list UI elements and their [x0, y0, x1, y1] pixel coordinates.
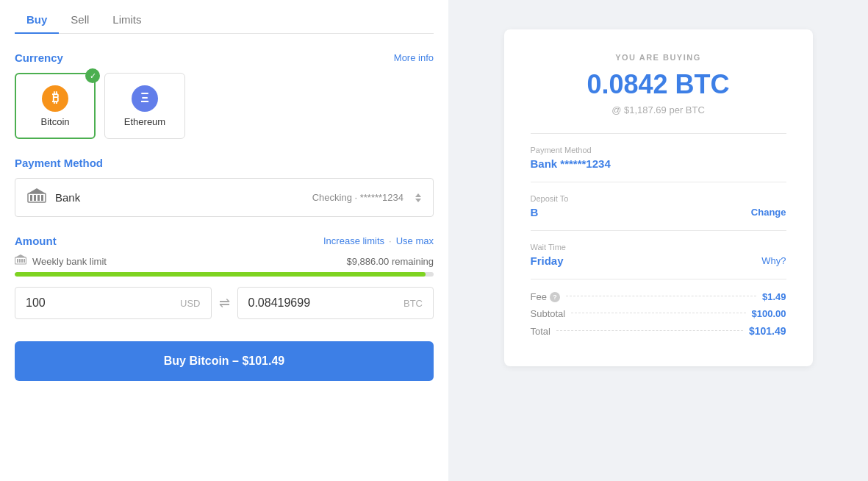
- wait-time-row: Wait Time Friday Why?: [531, 243, 786, 267]
- subtotal-row: Subtotal $100.00: [531, 308, 786, 319]
- svg-rect-2: [34, 195, 36, 201]
- bank-detail: Checking · ******1234: [312, 192, 403, 203]
- currency-cards: ✓ ₿ Bitcoin Ξ Ethereum: [15, 73, 434, 139]
- dropdown-arrow[interactable]: [415, 193, 421, 202]
- payment-section: Payment Method Bank Checking · ****: [15, 157, 434, 217]
- svg-rect-3: [37, 195, 40, 201]
- svg-marker-5: [28, 188, 46, 193]
- fee-dots: [566, 296, 756, 296]
- svg-rect-4: [41, 195, 43, 201]
- use-max-link[interactable]: Use max: [396, 235, 434, 246]
- fee-info-icon[interactable]: ?: [550, 292, 560, 302]
- wait-time-label: Wait Time: [531, 243, 786, 252]
- deposit-to-value: B: [531, 206, 539, 218]
- btc-input-wrap: BTC: [237, 287, 434, 319]
- total-row: Total $101.49: [531, 325, 786, 337]
- total-dots: [556, 330, 743, 331]
- divider-2: [531, 182, 786, 182]
- bank-icon: [27, 188, 46, 207]
- currency-title: Currency: [15, 51, 63, 64]
- usd-input-wrap: USD: [15, 287, 212, 319]
- deposit-to-value-row: B Change: [531, 206, 786, 218]
- payment-title: Payment Method: [15, 157, 103, 169]
- total-value: $101.49: [749, 325, 786, 337]
- bank-name: Bank: [55, 191, 80, 204]
- bank-limit-value: $9,886.00 remaining: [346, 256, 434, 267]
- payment-method-row: Payment Method Bank ******1234: [531, 146, 786, 170]
- left-panel: Buy Sell Limits Currency More info ✓ ₿ B…: [0, 0, 448, 481]
- subtotal-label: Subtotal: [531, 308, 566, 319]
- ethereum-icon: Ξ: [132, 85, 158, 112]
- tabs-container: Buy Sell Limits: [15, 0, 434, 34]
- amount-section: Amount Increase limits · Use max Weekly …: [15, 235, 434, 319]
- right-panel: YOU ARE BUYING 0.0842 BTC @ $1,187.69 pe…: [448, 0, 868, 481]
- you-are-buying-label: YOU ARE BUYING: [531, 53, 786, 62]
- wait-time-value: Friday: [531, 254, 564, 267]
- currency-section-header: Currency More info: [15, 51, 434, 64]
- fee-label: Fee ?: [531, 291, 560, 302]
- svg-marker-7: [15, 254, 26, 257]
- usd-input[interactable]: [26, 296, 165, 310]
- divider-4: [531, 279, 786, 279]
- fee-value: $1.49: [762, 291, 786, 302]
- payment-dropdown[interactable]: Bank Checking · ******1234: [15, 178, 434, 217]
- progress-bar-fill: [15, 272, 426, 277]
- amount-inputs: USD ⇌ BTC: [15, 287, 434, 319]
- btc-input[interactable]: [248, 296, 388, 310]
- bank-limit-label: Weekly bank limit: [32, 256, 340, 267]
- deposit-to-row: Deposit To B Change: [531, 194, 786, 218]
- deposit-to-label: Deposit To: [531, 194, 786, 203]
- amount-links: Increase limits · Use max: [323, 235, 434, 246]
- payment-method-row-label: Payment Method: [531, 146, 786, 154]
- usd-currency: USD: [180, 298, 200, 309]
- ethereum-label: Ethereum: [124, 116, 165, 127]
- payment-method-row-value: Bank ******1234: [531, 157, 786, 170]
- subtotal-dots: [571, 313, 745, 313]
- bank-limit-icon: [15, 254, 26, 268]
- order-summary: YOU ARE BUYING 0.0842 BTC @ $1,187.69 pe…: [504, 29, 813, 366]
- more-info-link[interactable]: More info: [394, 52, 434, 63]
- selected-check: ✓: [85, 68, 100, 83]
- divider-3: [531, 230, 786, 231]
- bitcoin-label: Bitcoin: [40, 116, 69, 127]
- payment-right: Checking · ******1234: [312, 192, 421, 203]
- svg-rect-9: [19, 259, 21, 263]
- svg-rect-8: [17, 259, 18, 263]
- subtotal-value: $100.00: [752, 308, 786, 319]
- total-label: Total: [531, 326, 550, 337]
- svg-rect-11: [24, 259, 25, 263]
- swap-icon[interactable]: ⇌: [219, 295, 230, 311]
- amount-title: Amount: [15, 235, 57, 247]
- payment-method-value: Bank ******1234: [531, 157, 611, 170]
- svg-rect-1: [30, 195, 32, 201]
- svg-rect-10: [21, 259, 23, 263]
- amount-header: Amount Increase limits · Use max: [15, 235, 434, 247]
- bitcoin-icon: ₿: [42, 85, 68, 112]
- btc-currency: BTC: [403, 298, 423, 309]
- fee-row: Fee ? $1.49: [531, 291, 786, 302]
- payment-left: Bank: [27, 188, 80, 207]
- tab-buy[interactable]: Buy: [15, 6, 59, 33]
- tab-sell[interactable]: Sell: [59, 6, 101, 33]
- buy-button[interactable]: Buy Bitcoin – $101.49: [15, 341, 434, 381]
- currency-card-bitcoin[interactable]: ✓ ₿ Bitcoin: [15, 73, 96, 139]
- payment-header: Payment Method: [15, 157, 434, 169]
- wait-time-value-row: Friday Why?: [531, 254, 786, 267]
- divider-1: [531, 133, 786, 134]
- btc-amount-display: 0.0842 BTC: [531, 69, 786, 100]
- bank-limit-row: Weekly bank limit $9,886.00 remaining: [15, 254, 434, 268]
- change-link[interactable]: Change: [751, 207, 786, 218]
- btc-rate-display: @ $1,187.69 per BTC: [531, 104, 786, 115]
- increase-limits-link[interactable]: Increase limits: [323, 235, 384, 246]
- currency-card-ethereum[interactable]: Ξ Ethereum: [104, 73, 185, 139]
- why-link[interactable]: Why?: [761, 255, 786, 266]
- progress-bar: [15, 272, 434, 277]
- tab-limits[interactable]: Limits: [101, 6, 153, 33]
